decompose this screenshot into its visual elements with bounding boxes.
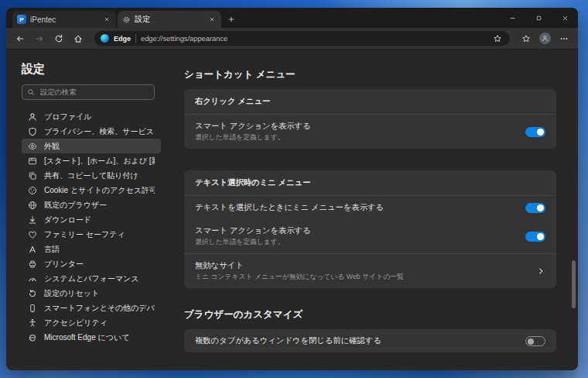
language-icon	[28, 245, 37, 254]
minimize-button[interactable]	[499, 8, 525, 28]
refresh-button[interactable]	[53, 33, 65, 45]
sidebar-item-start-home-new-tabs[interactable]: [スタート]、[ホーム]、および [新規] タブ	[22, 153, 161, 168]
maximize-button[interactable]	[525, 8, 552, 28]
address-bar[interactable]: Edge edge://settings/appearance	[94, 31, 510, 46]
card-right-click-menu: 右クリック メニュー スマート アクションを表示する 選択した単語を定義します。	[184, 89, 556, 149]
settings-sidebar: 設定 プロファイル プライバシー、検索、サービス 外観 [スタート]、[ホーム]…	[6, 50, 169, 370]
devices-icon	[28, 304, 37, 313]
close-button[interactable]	[552, 8, 578, 28]
spacer	[184, 149, 556, 163]
favorites-button[interactable]	[520, 33, 532, 45]
card-header: 右クリック メニュー	[184, 89, 556, 114]
toggle-mini-menu-on-select[interactable]	[525, 203, 545, 213]
minimize-icon	[509, 15, 516, 22]
setting-row-smart-actions-mini: スマート アクションを表示する 選択した単語を定義します。	[184, 219, 556, 253]
setting-label: 無効なサイト	[195, 260, 528, 271]
shield-icon	[28, 127, 37, 136]
toggle-confirm-close-multiple-tabs[interactable]	[525, 336, 545, 346]
card-mini-menu: テキスト選択時のミニ メニュー テキストを選択したときにミニ メニューを表示する…	[184, 170, 556, 288]
search-input[interactable]	[39, 88, 149, 97]
sidebar-item-label: 外観	[44, 141, 60, 152]
tab-settings[interactable]: 設定	[118, 11, 221, 28]
sidebar-item-label: 既定のブラウザー	[44, 200, 107, 211]
section-title-shortcut-menu: ショートカット メニュー	[184, 68, 556, 81]
setting-row-show-mini-menu: テキストを選択したときにミニ メニューを表示する	[184, 196, 556, 219]
star-icon	[493, 34, 502, 43]
sidebar-item-privacy[interactable]: プライバシー、検索、サービス	[22, 124, 161, 139]
toggle-smart-actions-context-menu[interactable]	[525, 127, 545, 137]
sidebar-item-cookies-permissions[interactable]: Cookie とサイトのアクセス許可	[22, 183, 161, 198]
sidebar-item-label: アクセシビリティ	[44, 318, 108, 328]
spacer	[184, 352, 556, 370]
settings-page: 設定 プロファイル プライバシー、検索、サービス 外観 [スタート]、[ホーム]…	[6, 50, 578, 370]
ellipsis-icon	[559, 34, 569, 43]
tab-bar: P iPentec 設定	[6, 8, 578, 28]
plus-icon	[227, 15, 235, 23]
person-icon	[28, 112, 37, 122]
chevron-right-icon	[536, 266, 545, 276]
new-tab-button[interactable]	[223, 11, 240, 28]
card-header: テキスト選択時のミニ メニュー	[184, 170, 556, 195]
add-favorite-button[interactable]	[491, 33, 504, 45]
sidebar-item-phone-devices[interactable]: スマートフォンとその他のデバイス	[22, 301, 161, 315]
browser-icon	[28, 201, 37, 210]
sidebar-item-label: 設定のリセット	[44, 288, 99, 299]
toggle-knob	[537, 233, 544, 240]
ipentec-favicon: P	[17, 15, 26, 24]
sidebar-item-downloads[interactable]: ダウンロード	[22, 212, 161, 227]
scrollbar-thumb[interactable]	[572, 260, 576, 308]
sidebar-item-label: システムとパフォーマンス	[44, 273, 139, 284]
sidebar-item-accessibility[interactable]: アクセシビリティ	[22, 315, 161, 330]
desktop: P iPentec 設定 Edge	[0, 0, 588, 378]
browser-window: P iPentec 設定 Edge	[6, 8, 578, 370]
sidebar-item-label: スマートフォンとその他のデバイス	[44, 303, 155, 314]
back-arrow-icon	[15, 34, 25, 43]
home-icon	[74, 34, 83, 43]
printer-icon	[28, 259, 37, 269]
family-icon	[28, 230, 37, 239]
tab-label: 設定	[135, 14, 203, 25]
sidebar-item-share-copy-paste[interactable]: 共有、コピーして貼り付け	[22, 168, 161, 183]
tabs-icon	[28, 156, 37, 166]
sidebar-item-family-safety[interactable]: ファミリー セーフティ	[22, 227, 161, 242]
sidebar-item-printers[interactable]: プリンター	[22, 256, 161, 271]
setting-label: 複数のタブがあるウィンドウを閉じる前に確認する	[195, 335, 518, 346]
favorites-star-icon	[521, 34, 531, 43]
spacer	[184, 288, 556, 308]
sidebar-item-languages[interactable]: 言語	[22, 242, 161, 256]
sidebar-item-appearance[interactable]: 外観	[22, 139, 161, 153]
tab-ipentec[interactable]: P iPentec	[12, 11, 116, 28]
browser-menu-button[interactable]	[558, 33, 570, 45]
tab-close-icon[interactable]	[207, 15, 217, 25]
sidebar-item-profile[interactable]: プロファイル	[22, 109, 161, 124]
settings-search-box[interactable]	[22, 84, 155, 100]
tab-close-icon[interactable]	[101, 15, 111, 25]
cookie-icon	[28, 186, 37, 195]
sidebar-item-about-edge[interactable]: Microsoft Edge について	[22, 330, 161, 345]
sidebar-item-system-performance[interactable]: システムとパフォーマンス	[22, 271, 161, 286]
sidebar-item-label: Microsoft Edge について	[44, 332, 129, 343]
toggle-smart-actions-mini-menu[interactable]	[525, 232, 545, 242]
badge-divider	[135, 34, 136, 43]
sidebar-item-default-browser[interactable]: 既定のブラウザー	[22, 198, 161, 212]
back-button[interactable]	[14, 33, 26, 45]
home-button[interactable]	[72, 33, 84, 45]
disabled-sites-row[interactable]: 無効なサイト ミニ コンテキスト メニューが無効になっている Web サイトの一…	[184, 254, 556, 288]
profile-avatar[interactable]	[539, 33, 551, 44]
sidebar-nav: プロファイル プライバシー、検索、サービス 外観 [スタート]、[ホーム]、およ…	[22, 109, 161, 345]
sidebar-item-reset-settings[interactable]: 設定のリセット	[22, 286, 161, 301]
site-badge: Edge	[114, 35, 131, 43]
search-icon	[27, 88, 35, 96]
tab-label: iPentec	[30, 15, 97, 24]
forward-button[interactable]	[33, 33, 46, 45]
setting-label: スマート アクションを表示する	[195, 121, 518, 132]
copy-icon	[28, 171, 37, 180]
sidebar-item-label: [スタート]、[ホーム]、および [新規] タブ	[44, 156, 155, 167]
navigation-toolbar: Edge edge://settings/appearance	[6, 28, 578, 50]
download-icon	[28, 215, 37, 225]
gear-icon	[122, 15, 131, 24]
person-icon	[542, 35, 549, 42]
sidebar-item-label: ダウンロード	[44, 215, 91, 225]
section-title-customize-browser: ブラウザーのカスタマイズ	[184, 308, 556, 321]
toggle-knob	[537, 204, 544, 211]
